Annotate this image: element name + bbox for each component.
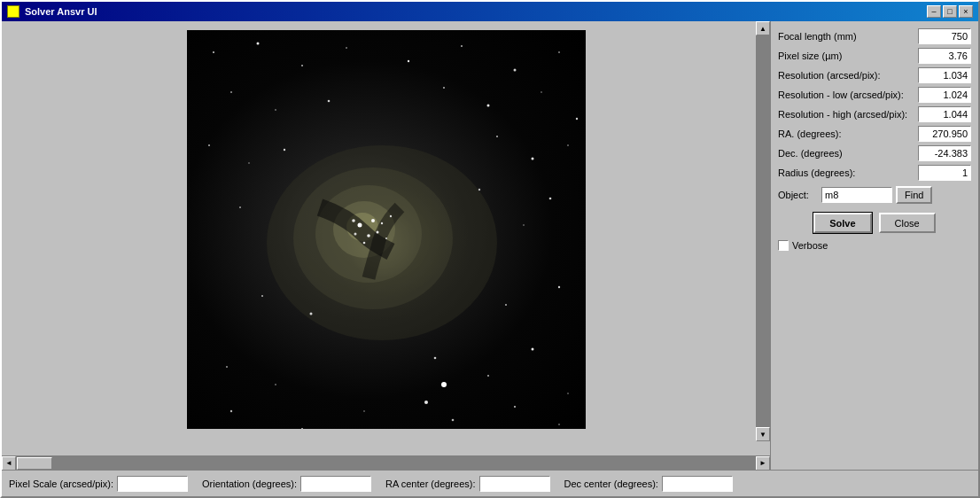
svg-point-43	[557, 286, 559, 288]
dec-label: Dec. (degrees)	[778, 148, 914, 159]
window-content: ▲ ▼	[2, 21, 978, 470]
svg-point-21	[248, 162, 250, 164]
svg-point-9	[407, 60, 408, 62]
main-area: ▲ ▼	[2, 21, 770, 470]
svg-point-31	[380, 222, 382, 224]
svg-point-8	[346, 47, 347, 49]
resolution-high-row: Resolution - high (arcsed/pix):	[778, 106, 971, 122]
status-bar: Pixel Scale (arcsed/pix): Orientation (d…	[2, 470, 978, 496]
window-title: Solver Ansvr UI	[25, 6, 97, 17]
svg-point-55	[558, 424, 560, 425]
svg-point-33	[385, 237, 387, 239]
pixel-scale-label: Pixel Scale (arcsed/pix):	[9, 479, 113, 489]
svg-point-45	[275, 384, 276, 385]
vertical-scrollbar: ▲ ▼	[756, 21, 770, 441]
verbose-label: Verbose	[792, 240, 828, 251]
svg-point-51	[301, 428, 303, 429]
scroll-thumb-horizontal[interactable]	[17, 457, 52, 470]
title-bar: Solver Ansvr UI – □ ×	[2, 2, 978, 21]
orientation-field: Orientation (degrees):	[202, 476, 371, 492]
svg-point-57	[424, 401, 428, 404]
resolution-low-label: Resolution - low (arcsed/pix):	[778, 89, 914, 100]
svg-point-13	[230, 91, 232, 93]
scroll-left-arrow[interactable]: ◄	[2, 456, 16, 471]
svg-point-35	[389, 215, 391, 217]
object-label: Object:	[778, 190, 818, 200]
svg-point-40	[261, 295, 263, 297]
svg-point-27	[371, 219, 375, 222]
star-field	[187, 30, 586, 429]
pixel-scale-value[interactable]	[117, 476, 188, 492]
close-button[interactable]: Close	[879, 213, 936, 233]
find-button[interactable]: Find	[896, 186, 932, 204]
ra-row: RA. (degrees):	[778, 126, 971, 142]
ra-label: RA. (degrees):	[778, 128, 914, 139]
svg-point-36	[239, 206, 241, 208]
ra-center-field: RA center (degrees):	[385, 476, 550, 492]
close-window-button[interactable]: ×	[959, 5, 973, 18]
svg-point-10	[461, 45, 463, 47]
radius-input[interactable]	[918, 165, 971, 181]
scroll-track-vertical	[756, 35, 770, 427]
svg-point-41	[309, 313, 312, 315]
svg-point-52	[363, 410, 365, 412]
pixel-size-label: Pixel size (µm)	[778, 51, 914, 61]
svg-point-42	[505, 304, 507, 306]
resolution-high-label: Resolution - high (arcsed/pix):	[778, 109, 914, 120]
radius-row: Radius (degrees):	[778, 165, 971, 181]
focal-length-label: Focal length (mm)	[778, 31, 914, 42]
resolution-high-input[interactable]	[918, 106, 971, 122]
svg-point-48	[531, 348, 533, 351]
pixel-scale-field: Pixel Scale (arcsed/pix):	[9, 476, 188, 492]
pixel-size-input[interactable]	[918, 48, 971, 64]
svg-point-39	[548, 198, 551, 200]
pixel-size-row: Pixel size (µm)	[778, 48, 971, 64]
svg-point-32	[354, 233, 356, 236]
astronomy-image	[187, 30, 586, 429]
resolution-low-input[interactable]	[918, 87, 971, 103]
app-icon	[7, 5, 19, 18]
dec-center-field: Dec center (degrees):	[564, 476, 733, 492]
svg-point-54	[514, 406, 516, 408]
svg-point-44	[226, 366, 228, 368]
nebula-background	[187, 30, 586, 429]
scroll-right-arrow[interactable]: ►	[756, 456, 770, 471]
focal-length-row: Focal length (mm)	[778, 28, 971, 44]
svg-point-12	[558, 51, 560, 53]
svg-point-46	[433, 357, 436, 360]
action-row: Solve Close	[778, 213, 971, 233]
dec-center-value[interactable]	[662, 476, 733, 492]
svg-point-49	[567, 393, 569, 394]
main-window: Solver Ansvr UI – □ × ▲ ▼	[0, 0, 980, 498]
orientation-value[interactable]	[300, 476, 371, 492]
resolution-input[interactable]	[918, 67, 971, 83]
svg-point-50	[229, 410, 231, 412]
scroll-track-horizontal	[16, 456, 756, 471]
scroll-down-arrow[interactable]: ▼	[756, 427, 770, 441]
dec-center-label: Dec center (degrees):	[564, 479, 658, 489]
verbose-checkbox[interactable]	[778, 240, 789, 251]
title-bar-left: Solver Ansvr UI	[7, 5, 97, 18]
svg-point-5	[213, 51, 214, 53]
focal-length-input[interactable]	[918, 28, 971, 44]
svg-point-15	[327, 100, 330, 103]
svg-point-29	[376, 231, 378, 234]
svg-point-37	[478, 189, 479, 191]
ra-center-label: RA center (degrees):	[385, 479, 476, 489]
svg-point-18	[541, 91, 542, 93]
svg-point-23	[496, 136, 498, 137]
svg-point-28	[367, 234, 370, 237]
restore-button[interactable]: □	[943, 5, 957, 18]
svg-point-47	[487, 375, 489, 377]
minimize-button[interactable]: –	[927, 5, 941, 18]
object-input[interactable]	[821, 187, 892, 203]
resolution-row: Resolution (arcsed/pix):	[778, 67, 971, 83]
scroll-up-arrow[interactable]: ▲	[756, 21, 770, 35]
solve-button[interactable]: Solve	[813, 213, 871, 233]
ra-input[interactable]	[918, 126, 971, 142]
object-row: Object: Find	[778, 186, 971, 204]
svg-point-26	[357, 223, 362, 228]
ra-center-value[interactable]	[479, 476, 550, 492]
dec-row: Dec. (degrees)	[778, 145, 971, 161]
dec-input[interactable]	[918, 145, 971, 161]
